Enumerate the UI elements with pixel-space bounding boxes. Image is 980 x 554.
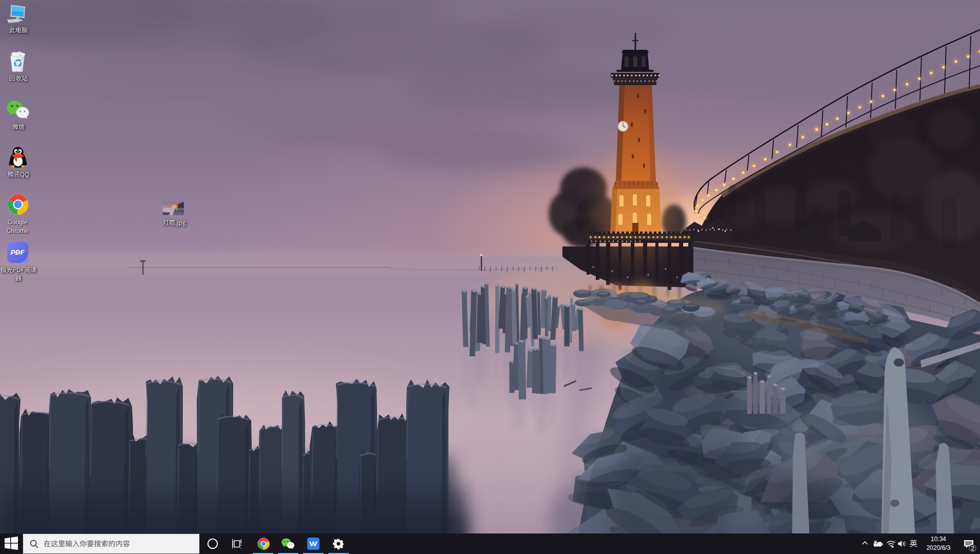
svg-text:2: 2	[971, 545, 974, 552]
